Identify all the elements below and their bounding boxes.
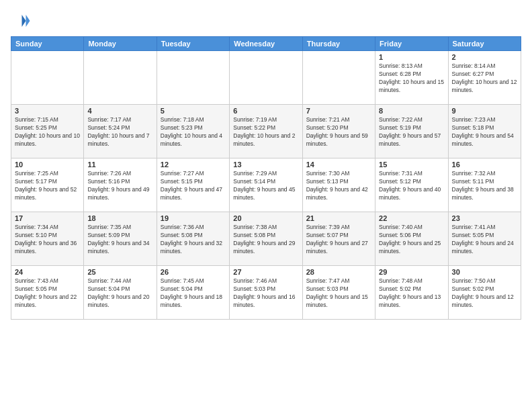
day-number: 19 xyxy=(161,214,226,222)
calendar-cell: 11Sunrise: 7:26 AM Sunset: 5:16 PM Dayli… xyxy=(84,158,157,212)
day-number: 16 xyxy=(452,161,517,169)
calendar-cell: 10Sunrise: 7:25 AM Sunset: 5:17 PM Dayli… xyxy=(11,158,84,212)
day-number: 1 xyxy=(379,53,444,61)
day-number: 14 xyxy=(306,161,371,169)
day-info: Sunrise: 7:38 AM Sunset: 5:08 PM Dayligh… xyxy=(233,224,298,256)
day-info: Sunrise: 7:32 AM Sunset: 5:11 PM Dayligh… xyxy=(452,170,517,202)
day-info: Sunrise: 8:13 AM Sunset: 6:28 PM Dayligh… xyxy=(379,62,444,95)
calendar-cell: 17Sunrise: 7:34 AM Sunset: 5:10 PM Dayli… xyxy=(11,212,84,266)
day-number: 28 xyxy=(306,268,371,276)
page: SundayMondayTuesdayWednesdayThursdayFrid… xyxy=(0,0,532,411)
weekday-header-tuesday: Tuesday xyxy=(157,37,229,51)
day-number: 8 xyxy=(379,107,444,115)
day-info: Sunrise: 7:22 AM Sunset: 5:19 PM Dayligh… xyxy=(379,116,444,148)
day-info: Sunrise: 7:18 AM Sunset: 5:23 PM Dayligh… xyxy=(161,116,226,148)
calendar-cell xyxy=(230,51,302,105)
calendar-cell: 23Sunrise: 7:41 AM Sunset: 5:05 PM Dayli… xyxy=(448,212,521,266)
calendar-week-1: 1Sunrise: 8:13 AM Sunset: 6:28 PM Daylig… xyxy=(11,51,521,105)
calendar-week-3: 10Sunrise: 7:25 AM Sunset: 5:17 PM Dayli… xyxy=(11,158,521,212)
day-info: Sunrise: 7:44 AM Sunset: 5:04 PM Dayligh… xyxy=(87,277,152,310)
day-info: Sunrise: 7:36 AM Sunset: 5:08 PM Dayligh… xyxy=(161,224,226,256)
calendar-cell: 22Sunrise: 7:40 AM Sunset: 5:06 PM Dayli… xyxy=(375,212,448,266)
calendar-cell: 19Sunrise: 7:36 AM Sunset: 5:08 PM Dayli… xyxy=(157,212,229,266)
calendar-cell: 24Sunrise: 7:43 AM Sunset: 5:05 PM Dayli… xyxy=(11,266,84,320)
day-info: Sunrise: 8:14 AM Sunset: 6:27 PM Dayligh… xyxy=(452,62,517,95)
day-info: Sunrise: 7:40 AM Sunset: 5:06 PM Dayligh… xyxy=(379,224,444,256)
day-number: 4 xyxy=(87,107,152,115)
day-number: 9 xyxy=(452,107,517,115)
calendar-week-5: 24Sunrise: 7:43 AM Sunset: 5:05 PM Dayli… xyxy=(11,266,521,320)
day-number: 12 xyxy=(161,161,226,169)
logo-icon xyxy=(11,11,31,31)
day-info: Sunrise: 7:26 AM Sunset: 5:16 PM Dayligh… xyxy=(87,170,152,202)
day-number: 25 xyxy=(87,268,152,276)
day-info: Sunrise: 7:46 AM Sunset: 5:03 PM Dayligh… xyxy=(233,277,298,310)
day-info: Sunrise: 7:47 AM Sunset: 5:03 PM Dayligh… xyxy=(306,277,371,310)
calendar-cell: 15Sunrise: 7:31 AM Sunset: 5:12 PM Dayli… xyxy=(375,158,448,212)
weekday-header-friday: Friday xyxy=(375,37,448,51)
calendar-cell: 3Sunrise: 7:15 AM Sunset: 5:25 PM Daylig… xyxy=(11,105,84,158)
day-number: 17 xyxy=(15,214,80,222)
day-number: 11 xyxy=(87,161,152,169)
day-number: 15 xyxy=(379,161,444,169)
calendar-cell xyxy=(157,51,229,105)
calendar-cell: 13Sunrise: 7:29 AM Sunset: 5:14 PM Dayli… xyxy=(230,158,302,212)
calendar-week-2: 3Sunrise: 7:15 AM Sunset: 5:25 PM Daylig… xyxy=(11,105,521,158)
svg-marker-1 xyxy=(26,15,30,27)
calendar: SundayMondayTuesdayWednesdayThursdayFrid… xyxy=(11,36,521,320)
day-info: Sunrise: 7:19 AM Sunset: 5:22 PM Dayligh… xyxy=(233,116,298,148)
day-number: 3 xyxy=(15,107,80,115)
day-number: 26 xyxy=(161,268,226,276)
calendar-cell: 16Sunrise: 7:32 AM Sunset: 5:11 PM Dayli… xyxy=(448,158,521,212)
weekday-header-thursday: Thursday xyxy=(302,37,375,51)
day-number: 30 xyxy=(452,268,517,276)
calendar-cell: 2Sunrise: 8:14 AM Sunset: 6:27 PM Daylig… xyxy=(448,51,521,105)
day-number: 24 xyxy=(15,268,80,276)
day-number: 21 xyxy=(306,214,371,222)
calendar-cell: 25Sunrise: 7:44 AM Sunset: 5:04 PM Dayli… xyxy=(84,266,157,320)
svg-marker-2 xyxy=(22,15,26,27)
day-info: Sunrise: 7:48 AM Sunset: 5:02 PM Dayligh… xyxy=(379,277,444,310)
weekday-header-monday: Monday xyxy=(84,37,157,51)
calendar-cell: 30Sunrise: 7:50 AM Sunset: 5:02 PM Dayli… xyxy=(448,266,521,320)
calendar-cell: 7Sunrise: 7:21 AM Sunset: 5:20 PM Daylig… xyxy=(302,105,375,158)
calendar-cell: 20Sunrise: 7:38 AM Sunset: 5:08 PM Dayli… xyxy=(230,212,302,266)
day-number: 7 xyxy=(306,107,371,115)
calendar-cell: 28Sunrise: 7:47 AM Sunset: 5:03 PM Dayli… xyxy=(302,266,375,320)
day-number: 18 xyxy=(87,214,152,222)
day-info: Sunrise: 7:34 AM Sunset: 5:10 PM Dayligh… xyxy=(15,224,80,256)
day-number: 29 xyxy=(379,268,444,276)
header xyxy=(11,11,521,31)
calendar-cell: 1Sunrise: 8:13 AM Sunset: 6:28 PM Daylig… xyxy=(375,51,448,105)
day-info: Sunrise: 7:50 AM Sunset: 5:02 PM Dayligh… xyxy=(452,277,517,310)
day-number: 23 xyxy=(452,214,517,222)
day-info: Sunrise: 7:23 AM Sunset: 5:18 PM Dayligh… xyxy=(452,116,517,148)
day-number: 6 xyxy=(233,107,298,115)
day-info: Sunrise: 7:41 AM Sunset: 5:05 PM Dayligh… xyxy=(452,224,517,256)
day-info: Sunrise: 7:39 AM Sunset: 5:07 PM Dayligh… xyxy=(306,224,371,256)
calendar-cell: 26Sunrise: 7:45 AM Sunset: 5:04 PM Dayli… xyxy=(157,266,229,320)
calendar-week-4: 17Sunrise: 7:34 AM Sunset: 5:10 PM Dayli… xyxy=(11,212,521,266)
day-info: Sunrise: 7:15 AM Sunset: 5:25 PM Dayligh… xyxy=(15,116,80,148)
logo xyxy=(11,11,34,31)
calendar-cell xyxy=(84,51,157,105)
weekday-header-saturday: Saturday xyxy=(448,37,521,51)
weekday-header-wednesday: Wednesday xyxy=(230,37,302,51)
calendar-cell: 6Sunrise: 7:19 AM Sunset: 5:22 PM Daylig… xyxy=(230,105,302,158)
day-info: Sunrise: 7:25 AM Sunset: 5:17 PM Dayligh… xyxy=(15,170,80,202)
day-info: Sunrise: 7:17 AM Sunset: 5:24 PM Dayligh… xyxy=(87,116,152,148)
day-number: 27 xyxy=(233,268,298,276)
calendar-cell: 21Sunrise: 7:39 AM Sunset: 5:07 PM Dayli… xyxy=(302,212,375,266)
day-number: 13 xyxy=(233,161,298,169)
day-info: Sunrise: 7:27 AM Sunset: 5:15 PM Dayligh… xyxy=(161,170,226,202)
day-info: Sunrise: 7:21 AM Sunset: 5:20 PM Dayligh… xyxy=(306,116,371,148)
calendar-cell xyxy=(11,51,84,105)
day-number: 10 xyxy=(15,161,80,169)
day-number: 5 xyxy=(161,107,226,115)
day-number: 22 xyxy=(379,214,444,222)
day-number: 20 xyxy=(233,214,298,222)
calendar-cell: 27Sunrise: 7:46 AM Sunset: 5:03 PM Dayli… xyxy=(230,266,302,320)
calendar-cell: 9Sunrise: 7:23 AM Sunset: 5:18 PM Daylig… xyxy=(448,105,521,158)
calendar-cell: 4Sunrise: 7:17 AM Sunset: 5:24 PM Daylig… xyxy=(84,105,157,158)
calendar-cell: 8Sunrise: 7:22 AM Sunset: 5:19 PM Daylig… xyxy=(375,105,448,158)
